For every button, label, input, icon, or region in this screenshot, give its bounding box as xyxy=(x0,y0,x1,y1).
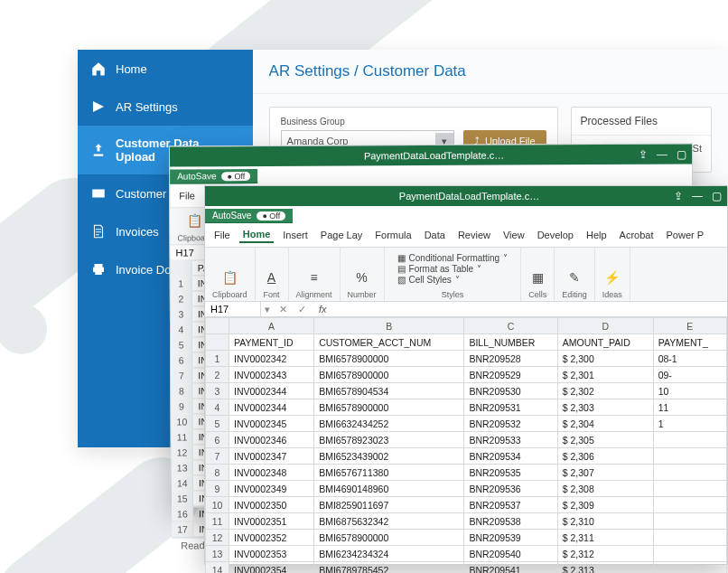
autosave-label: AutoSave xyxy=(177,171,216,181)
tab-data[interactable]: Data xyxy=(421,228,449,242)
business-group-label: Business Group xyxy=(281,117,546,127)
excel-window-front: PaymentDataLoadTemplate.c… ⇪—▢ AutoSave … xyxy=(204,185,728,565)
font-icon: A xyxy=(263,268,281,286)
tab-develop[interactable]: Develop xyxy=(534,228,577,242)
breadcrumb: AR Settings / Customer Data xyxy=(253,50,728,94)
sidebar-label: AR Settings xyxy=(116,100,178,114)
tab-formula[interactable]: Formula xyxy=(371,228,415,242)
document-icon xyxy=(90,223,107,240)
autosave-toggle[interactable]: ● Off xyxy=(257,211,285,221)
processed-files-title: Processed Files xyxy=(572,108,711,136)
autosave-row: AutoSave ● Off xyxy=(205,209,293,223)
maximize-icon[interactable]: ▢ xyxy=(677,148,686,161)
tab-acrobat[interactable]: Acrobat xyxy=(616,228,658,242)
percent-icon: % xyxy=(353,268,371,286)
cancel-icon[interactable]: ✕ xyxy=(274,304,293,315)
ideas-icon: ⚡ xyxy=(603,268,621,286)
share-icon[interactable]: ⇪ xyxy=(674,190,683,202)
window-title: PaymentDataLoadTemplate.c… xyxy=(265,191,674,202)
autosave-row: AutoSave ● Off xyxy=(170,169,257,184)
font-group[interactable]: AFont xyxy=(256,248,289,301)
editing-group[interactable]: ✎Editing xyxy=(555,248,595,301)
ribbon: 📋Clipboard AFont ≡Alignment %Number ▦Con… xyxy=(205,248,727,302)
sidebar-item-home[interactable]: Home xyxy=(78,50,253,88)
tab-powerp[interactable]: Power P xyxy=(663,228,708,242)
clipboard-group[interactable]: 📋Clipboard xyxy=(205,248,256,301)
tab-help[interactable]: Help xyxy=(583,228,611,242)
titlebar[interactable]: PaymentDataLoadTemplate.c… ⇪—▢ xyxy=(170,144,692,166)
window-controls[interactable]: ⇪—▢ xyxy=(639,148,686,161)
styles-group[interactable]: ▦Conditional Formatting ˅ ▤Format as Tab… xyxy=(385,248,522,301)
window-title: PaymentDataLoadTemplate.c… xyxy=(229,149,639,162)
dropdown-icon[interactable]: ▾ xyxy=(261,304,274,315)
home-icon xyxy=(90,61,107,77)
cells-icon: ▦ xyxy=(528,268,546,286)
file-menu[interactable]: File xyxy=(210,228,234,242)
fx-icon[interactable]: fx xyxy=(312,304,334,315)
cursor-icon xyxy=(90,99,107,115)
cellstyles-icon: ▧ xyxy=(397,275,406,285)
tab-page-layout[interactable]: Page Lay xyxy=(317,228,366,242)
print-icon xyxy=(90,261,107,277)
editing-icon: ✎ xyxy=(565,268,583,286)
autosave-label: AutoSave xyxy=(212,211,251,221)
formula-bar: ▾ ✕ ✓ fx xyxy=(205,302,727,317)
file-menu[interactable]: File xyxy=(175,188,199,202)
minimize-icon[interactable]: — xyxy=(657,148,667,161)
alignment-group[interactable]: ≡Alignment xyxy=(289,248,341,301)
paste-icon: 📋 xyxy=(220,268,238,286)
share-icon[interactable]: ⇪ xyxy=(639,148,648,161)
sidebar-label: Invoices xyxy=(116,225,159,239)
name-box[interactable] xyxy=(205,302,261,316)
maximize-icon[interactable]: ▢ xyxy=(712,190,722,202)
col-st: St xyxy=(693,143,702,164)
table-icon: ▤ xyxy=(397,264,406,274)
tab-view[interactable]: View xyxy=(499,228,528,242)
minimize-icon[interactable]: — xyxy=(692,190,703,202)
align-icon: ≡ xyxy=(305,268,323,286)
upload-icon xyxy=(90,142,107,158)
ideas-group[interactable]: ⚡Ideas xyxy=(595,248,630,301)
titlebar[interactable]: PaymentDataLoadTemplate.c… ⇪—▢ xyxy=(205,186,727,206)
tab-review[interactable]: Review xyxy=(454,228,494,242)
sidebar-item-ar-settings[interactable]: AR Settings xyxy=(78,88,253,126)
ribbon-tabs: File Home Insert Page Lay Formula Data R… xyxy=(205,223,727,248)
card-icon xyxy=(90,185,107,202)
window-controls[interactable]: ⇪—▢ xyxy=(674,190,722,202)
paste-icon: 📋 xyxy=(186,211,204,230)
conditional-icon: ▦ xyxy=(397,253,406,263)
tab-insert[interactable]: Insert xyxy=(279,228,312,242)
tab-home[interactable]: Home xyxy=(239,227,275,243)
number-group[interactable]: %Number xyxy=(341,248,385,301)
spreadsheet-grid[interactable]: ABCDEPAYMENT_IDCUSTOMER_ACCT_NUMBILL_NUM… xyxy=(205,317,727,573)
cells-group[interactable]: ▦Cells xyxy=(521,248,555,301)
confirm-icon[interactable]: ✓ xyxy=(293,304,312,315)
sidebar-label: Home xyxy=(116,62,147,76)
autosave-toggle[interactable]: ● Off xyxy=(221,172,250,181)
